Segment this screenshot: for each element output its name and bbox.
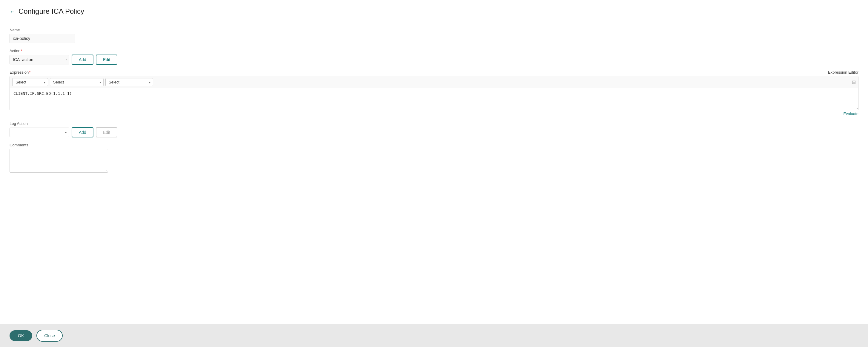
expr-select3[interactable]: Select xyxy=(105,78,153,86)
page-title: Configure ICA Policy xyxy=(19,7,84,15)
expression-dropdowns-row: Select Select Select xyxy=(10,76,858,88)
expr-select1-wrapper: Select xyxy=(12,78,48,86)
evaluate-row: Evaluate xyxy=(9,111,859,116)
name-label: Name xyxy=(9,28,859,32)
expr-select2[interactable]: Select xyxy=(50,78,103,86)
expr-select2-wrapper: Select xyxy=(50,78,103,86)
comments-label: Comments xyxy=(9,143,859,147)
action-input-wrapper: › xyxy=(9,55,69,64)
log-action-select[interactable] xyxy=(9,128,69,137)
header-divider xyxy=(9,23,859,23)
close-button[interactable]: Close xyxy=(36,330,63,342)
expression-editor-link[interactable]: Expression Editor xyxy=(828,70,859,74)
expression-label: Expression* xyxy=(9,70,30,74)
expression-field-group: Expression* Expression Editor Select xyxy=(9,70,859,116)
action-field-group: Action* › Add Edit xyxy=(9,48,859,65)
name-field-group: Name xyxy=(9,28,859,43)
expression-box: Select Select Select xyxy=(9,76,859,110)
expr-select3-wrapper: Select xyxy=(105,78,153,86)
evaluate-link[interactable]: Evaluate xyxy=(843,111,859,116)
ok-button[interactable]: OK xyxy=(9,330,32,341)
log-action-field-group: Log Action Add Edit xyxy=(9,121,859,137)
page-wrapper: ← Configure ICA Policy Name Action* › xyxy=(0,0,868,347)
back-arrow-icon[interactable]: ← xyxy=(9,8,16,15)
log-action-row: Add Edit xyxy=(9,127,859,137)
expr-select1[interactable]: Select xyxy=(12,78,48,86)
footer-bar: OK Close xyxy=(0,324,868,347)
main-content: ← Configure ICA Policy Name Action* › xyxy=(0,0,868,324)
action-input[interactable] xyxy=(9,55,69,64)
comments-field-group: Comments xyxy=(9,143,859,173)
expression-textarea[interactable] xyxy=(10,88,858,109)
action-edit-button[interactable]: Edit xyxy=(96,55,117,65)
log-action-edit-button: Edit xyxy=(96,127,117,137)
action-add-button[interactable]: Add xyxy=(72,55,93,65)
expression-paste-icon[interactable]: ⊞ xyxy=(852,79,856,85)
name-input[interactable] xyxy=(9,34,75,43)
log-action-add-button[interactable]: Add xyxy=(72,127,93,137)
log-select-wrapper xyxy=(9,128,69,137)
action-row: › Add Edit xyxy=(9,55,859,65)
expression-label-row: Expression* Expression Editor xyxy=(9,70,859,74)
form-section: Name Action* › Add Edit xyxy=(9,28,859,173)
action-label: Action* xyxy=(9,48,859,53)
comments-textarea[interactable] xyxy=(9,149,108,173)
page-header: ← Configure ICA Policy xyxy=(9,7,859,15)
log-action-label: Log Action xyxy=(9,121,859,126)
